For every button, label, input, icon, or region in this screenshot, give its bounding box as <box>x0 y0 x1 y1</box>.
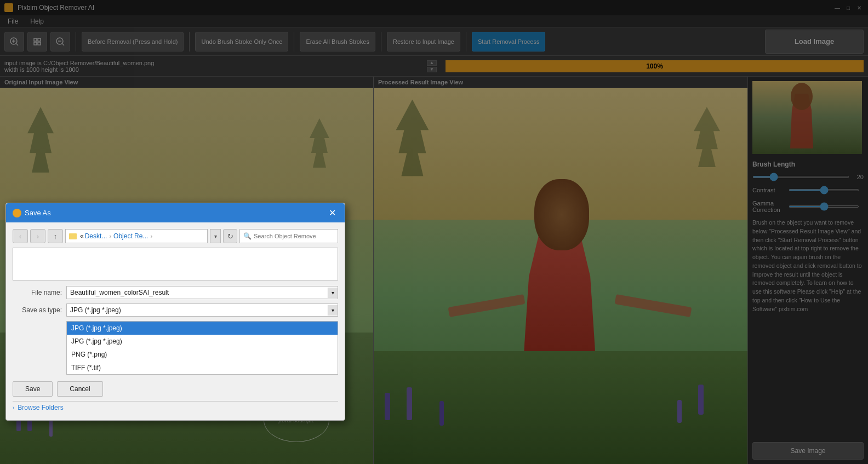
dialog-body: ‹ › ↑ « Deskt... › Object Re... › ▾ ↻ 🔍 <box>6 222 345 420</box>
nav-back-button[interactable]: ‹ <box>13 229 28 243</box>
file-area <box>13 248 338 280</box>
dialog-overlay: Save As ✕ ‹ › ↑ « Deskt... › Object Re..… <box>0 0 868 464</box>
search-input[interactable] <box>254 233 334 239</box>
save-as-type-wrapper: JPG (*.jpg *.jpeg) ▾ <box>66 303 338 317</box>
breadcrumb-deskt: « <box>80 232 84 240</box>
file-name-label: File name: <box>13 289 62 296</box>
breadcrumb-part2: Object Re... <box>113 232 148 240</box>
search-box: 🔍 <box>239 229 338 243</box>
file-type-dropdown-list: JPG (*.jpg *.jpeg) JPG (*.jpg *.jpeg) PN… <box>66 321 338 375</box>
save-as-type-selected: JPG (*.jpg *.jpeg) <box>67 304 328 316</box>
breadcrumb: « Deskt... › Object Re... › <box>65 229 208 243</box>
search-icon: 🔍 <box>243 232 252 240</box>
breadcrumb-sep1: › <box>109 233 111 239</box>
file-name-dropdown-button[interactable]: ▾ <box>328 288 338 298</box>
folder-icon <box>69 233 77 239</box>
file-name-row: File name: ▾ <box>13 286 338 299</box>
save-as-type-label: Save as type: <box>13 306 62 314</box>
browse-folders-label: Browse Folders <box>18 404 63 411</box>
dialog-title: Save As <box>25 209 51 217</box>
nav-forward-button[interactable]: › <box>30 229 45 243</box>
nav-bar: ‹ › ↑ « Deskt... › Object Re... › ▾ ↻ 🔍 <box>13 229 338 243</box>
save-button[interactable]: Save <box>13 381 53 397</box>
nav-up-button[interactable]: ↑ <box>48 229 63 243</box>
breadcrumb-sep2: › <box>150 233 152 239</box>
file-type-tiff-option[interactable]: TIFF (*.tif) <box>67 361 338 374</box>
browse-arrow-icon: › <box>13 405 14 411</box>
save-as-dialog: Save As ✕ ‹ › ↑ « Deskt... › Object Re..… <box>5 203 345 421</box>
file-type-jpg2-option[interactable]: JPG (*.jpg *.jpeg) <box>67 335 338 348</box>
dialog-title-bar: Save As ✕ <box>6 203 345 222</box>
save-as-type-row: Save as type: JPG (*.jpg *.jpeg) ▾ <box>13 303 338 317</box>
cancel-button[interactable]: Cancel <box>57 381 102 397</box>
save-as-type-dropdown-button[interactable]: ▾ <box>328 305 338 316</box>
dialog-close-button[interactable]: ✕ <box>327 208 338 218</box>
browse-folders-button[interactable]: › Browse Folders <box>13 401 338 414</box>
refresh-button[interactable]: ↻ <box>223 229 237 243</box>
breadcrumb-part1: Deskt... <box>85 232 107 240</box>
file-name-wrapper: ▾ <box>66 286 338 299</box>
dialog-actions: Save Cancel <box>13 381 338 401</box>
file-name-input[interactable] <box>67 287 328 299</box>
file-type-png-option[interactable]: PNG (*.png) <box>67 348 338 361</box>
dialog-icon <box>13 209 21 217</box>
form-rows: File name: ▾ Save as type: JPG (*.jpg *.… <box>13 286 338 375</box>
file-type-jpg-option[interactable]: JPG (*.jpg *.jpeg) <box>67 322 338 335</box>
breadcrumb-dropdown-button[interactable]: ▾ <box>210 229 221 243</box>
